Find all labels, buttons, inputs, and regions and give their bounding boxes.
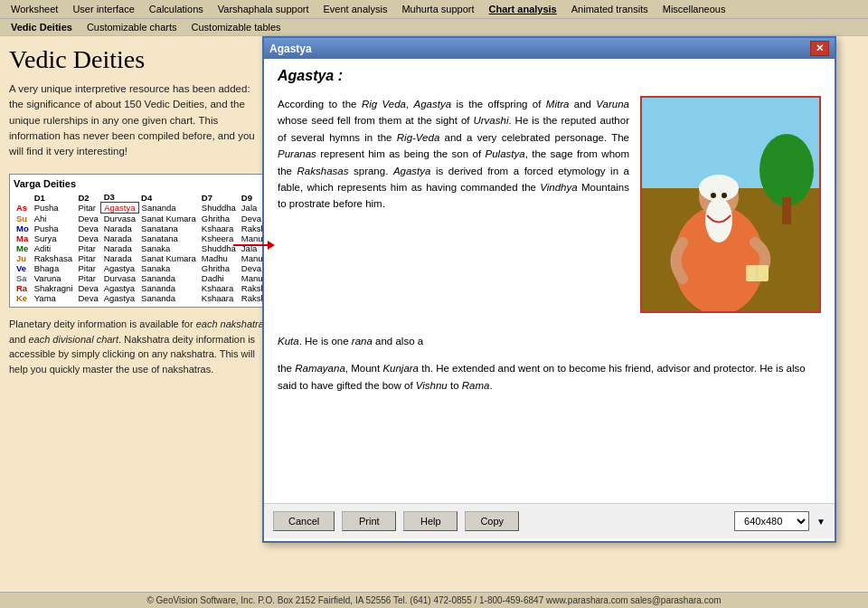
cancel-button[interactable]: Cancel [273, 511, 335, 531]
table-cell[interactable]: Ahi [32, 214, 76, 224]
table-cell[interactable]: Kshaara [199, 223, 239, 233]
col-header-d3: D3 [101, 192, 138, 203]
deity-text-block: According to the Rig Veda, Agastya is th… [278, 96, 629, 320]
table-cell[interactable]: Narada [101, 223, 138, 233]
svg-point-8 [711, 193, 716, 198]
table-cell[interactable]: Sanaka [138, 243, 199, 253]
deity-description: According to the Rig Veda, Agastya is th… [278, 96, 629, 213]
table-cell[interactable]: Deva [76, 223, 101, 233]
table-cell[interactable]: Sananda [138, 203, 199, 214]
table-cell[interactable]: Deva [76, 283, 101, 293]
modal-body: Agastya : According to the Rig Veda, Aga… [264, 59, 835, 538]
table-cell[interactable]: Ghritha [199, 214, 239, 224]
table-cell: Ju [14, 253, 32, 263]
submenu-customizable-charts[interactable]: Customizable charts [80, 21, 184, 33]
table-cell[interactable]: Pitar [76, 273, 101, 283]
menu-chart-analysis[interactable]: Chart analysis [482, 2, 564, 16]
submenu-vedic-deities[interactable]: Vedic Deities [4, 21, 80, 33]
table-cell[interactable]: Sananda [138, 283, 199, 293]
menu-user-interface[interactable]: User interface [65, 2, 141, 16]
modal-close-button[interactable]: ✕ [810, 41, 829, 56]
varga-title: Varga Deities [14, 178, 262, 189]
col-header-planet [14, 192, 32, 203]
table-cell[interactable]: Narada [101, 253, 138, 263]
resolution-select[interactable]: 640x480 800x600 1024x768 [734, 511, 809, 531]
svg-point-9 [722, 193, 727, 198]
table-cell[interactable]: Sanat Kumara [138, 214, 199, 224]
modal-content-row: According to the Rig Veda, Agastya is th… [278, 96, 821, 320]
table-cell[interactable]: Agastya [101, 203, 138, 214]
col-header-d2: D2 [76, 192, 101, 203]
top-menu-bar: Worksheet User interface Calculations Va… [0, 0, 868, 19]
table-cell[interactable]: Pusha [32, 223, 76, 233]
sub-menu-bar: Vedic Deities Customizable charts Custom… [0, 19, 868, 36]
table-cell[interactable]: Agastya [101, 263, 138, 273]
table-cell[interactable]: Sanaka [138, 263, 199, 273]
menu-calculations[interactable]: Calculations [142, 2, 211, 16]
page-title: Vedic Deities [9, 45, 267, 74]
menu-varshaphala[interactable]: Varshaphala support [211, 2, 316, 16]
table-cell[interactable]: Ksheera [199, 233, 239, 243]
table-cell[interactable]: Surya [32, 233, 76, 243]
table-cell: As [14, 203, 32, 214]
table-cell[interactable]: Madhu [199, 253, 239, 263]
svg-point-6 [705, 197, 732, 242]
menu-muhurta[interactable]: Muhurta support [394, 2, 481, 16]
table-cell[interactable]: Pitar [76, 243, 101, 253]
menu-miscellaneous[interactable]: Miscellaneous [656, 2, 733, 16]
table-cell[interactable]: Agastya [101, 293, 138, 303]
table-cell[interactable]: Narada [101, 233, 138, 243]
table-cell: Ke [14, 293, 32, 303]
submenu-customizable-tables[interactable]: Customizable tables [184, 21, 288, 33]
table-cell[interactable]: Agastya [101, 283, 138, 293]
footer-text: © GeoVision Software, Inc. P.O. Box 2152… [146, 595, 721, 605]
table-cell: Ra [14, 283, 32, 293]
modal-window: Agastya ✕ Agastya : According to the Rig… [262, 36, 836, 543]
table-cell[interactable]: Pitar [76, 263, 101, 273]
table-cell[interactable]: Sanatana [138, 233, 199, 243]
deity-name: Agastya : [278, 68, 821, 84]
menu-animated-transits[interactable]: Animated transits [564, 2, 656, 16]
table-cell[interactable]: Yama [32, 293, 76, 303]
table-cell[interactable]: Kshaara [199, 283, 239, 293]
table-cell[interactable]: Durvasa [101, 273, 138, 283]
table-cell[interactable]: Deva [76, 214, 101, 224]
table-cell[interactable]: Narada [101, 243, 138, 253]
table-cell[interactable]: Shakragni [32, 283, 76, 293]
table-cell[interactable]: Pusha [32, 203, 76, 214]
table-cell[interactable]: Pitar [76, 253, 101, 263]
table-cell[interactable]: Ghritha [199, 263, 239, 273]
table-cell: Sa [14, 273, 32, 283]
table-cell[interactable]: Varuna [32, 273, 76, 283]
print-button[interactable]: Print [342, 511, 396, 531]
menu-event-analysis[interactable]: Event analysis [316, 2, 394, 16]
table-cell[interactable]: Aditi [32, 243, 76, 253]
table-cell[interactable]: Shuddha [199, 203, 239, 214]
table-cell[interactable]: Deva [76, 233, 101, 243]
table-cell[interactable]: Sananda [138, 273, 199, 283]
modal-content-area[interactable]: Agastya : According to the Rig Veda, Aga… [264, 59, 835, 503]
table-cell[interactable]: Pitar [76, 203, 101, 214]
table-cell[interactable]: Sanatana [138, 223, 199, 233]
menu-worksheet[interactable]: Worksheet [4, 2, 65, 16]
svg-point-7 [699, 175, 739, 202]
dropdown-arrow-icon: ▼ [816, 517, 826, 527]
svg-rect-3 [782, 197, 791, 224]
col-header-d1: D1 [32, 192, 76, 203]
copy-button[interactable]: Copy [465, 511, 519, 531]
deity-description-2: Kuta. He is one rana and also a [278, 333, 821, 349]
table-cell: Ve [14, 263, 32, 273]
table-cell[interactable]: Dadhi [199, 273, 239, 283]
modal-footer: Cancel Print Help Copy 640x480 800x600 1… [264, 503, 835, 538]
table-cell[interactable]: Kshaara [199, 293, 239, 303]
table-cell[interactable]: Rakshasa [32, 253, 76, 263]
col-header-d4: D4 [138, 192, 199, 203]
help-button[interactable]: Help [403, 511, 458, 531]
table-cell[interactable]: Sanat Kumara [138, 253, 199, 263]
table-cell[interactable]: Deva [76, 293, 101, 303]
description-text: A very unique interpretive resource has … [9, 81, 267, 159]
table-cell[interactable]: Sananda [138, 293, 199, 303]
table-cell[interactable]: Durvasa [101, 214, 138, 224]
table-cell[interactable]: Bhaga [32, 263, 76, 273]
red-arrow [233, 244, 269, 246]
